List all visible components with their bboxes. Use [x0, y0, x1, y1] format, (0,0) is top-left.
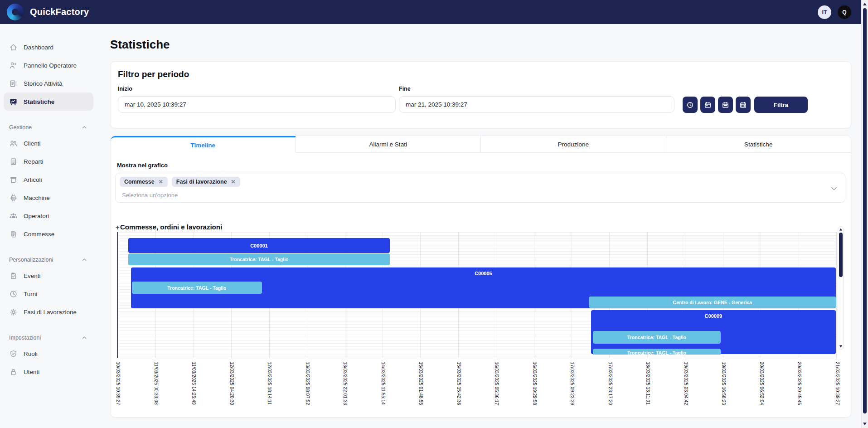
x-axis-label: 16/03/2025 05:36:17	[494, 362, 499, 405]
tab-timeline[interactable]: Timeline	[111, 136, 296, 153]
chart-scrollbar[interactable]	[838, 226, 844, 350]
page-scrollbar[interactable]	[861, 0, 868, 428]
user-plus-icon	[9, 61, 18, 70]
sidebar-item-operatori[interactable]: Operatori	[4, 207, 93, 225]
end-date-label: Fine	[399, 86, 674, 92]
tab-label: Produzione	[558, 141, 589, 148]
selected-tag-fasi-di-lavorazione: Fasi di lavorazione✕	[172, 177, 240, 187]
chevron-down-icon[interactable]	[829, 184, 839, 193]
locale-badge[interactable]: IT	[818, 5, 831, 19]
gridline	[118, 232, 118, 358]
page-scrollbar-thumb[interactable]	[863, 8, 867, 413]
calendar-month-button[interactable]	[736, 97, 751, 113]
user-avatar[interactable]: Q	[838, 5, 851, 19]
x-axis-label: 19/03/2025 03:04:42	[684, 362, 689, 405]
sidebar-item-label: Commesse	[24, 231, 54, 238]
chart-scrollbar-thumb[interactable]	[839, 233, 843, 277]
tab-label: Allarmi e Stati	[369, 141, 407, 148]
remove-tag-icon[interactable]: ✕	[159, 179, 163, 185]
start-date-field: Inizio	[118, 86, 396, 113]
page-title: Statistiche	[110, 38, 851, 52]
chevron-up-icon	[81, 334, 88, 341]
clipboard-check-icon	[9, 272, 18, 280]
filter-actions: Filtra	[683, 97, 808, 113]
brand[interactable]: QuickFactory	[7, 4, 89, 20]
history-icon	[9, 79, 18, 88]
sidebar-section-impostazioni[interactable]: Impostazioni	[4, 331, 93, 345]
sidebar-item-statistiche[interactable]: Statistiche	[4, 92, 93, 111]
filter-title: Filtro per periodo	[118, 69, 844, 79]
series-multiselect[interactable]: Commesse✕Fasi di lavorazione✕ Seleziona …	[115, 173, 845, 203]
x-axis-label: 10/03/2025 10:39:27	[116, 362, 121, 405]
topbar-right: IT Q	[818, 5, 851, 19]
end-date-input[interactable]	[399, 96, 674, 113]
gantt-bar-fase[interactable]: Centro di Lavoro: GENE - Generica	[589, 297, 836, 308]
sidebar-item-clienti[interactable]: Clienti	[4, 134, 93, 152]
sidebar-item-ruoli[interactable]: Ruoli	[4, 345, 93, 363]
gantt-bar-fase[interactable]: Troncatrice: TAGL - Taglio	[132, 282, 262, 294]
sidebar-item-label: Clienti	[24, 140, 41, 147]
tab-allarmi-e-stati[interactable]: Allarmi e Stati	[296, 136, 481, 153]
brand-name: QuickFactory	[30, 7, 89, 17]
x-axis-label: 19/03/2025 16:58:23	[721, 362, 726, 405]
app-root: QuickFactory IT Q DashboardPannello Oper…	[0, 0, 868, 428]
gantt-bar-label: Troncatrice: TAGL - Taglio	[167, 285, 226, 291]
sidebar-section-personalizzazioni[interactable]: Personalizzazioni	[4, 253, 93, 267]
sidebar-item-label: Articoli	[24, 176, 42, 183]
sidebar-item-eventi[interactable]: Eventi	[4, 267, 93, 285]
sidebar-item-macchine[interactable]: Macchine	[4, 189, 93, 207]
calendar-week-button[interactable]	[718, 97, 733, 113]
sidebar-item-turni[interactable]: Turni	[4, 285, 93, 303]
lock-icon	[9, 368, 18, 376]
sidebar-section-gestione[interactable]: Gestione	[4, 121, 93, 134]
gantt-bar-label: C00009	[591, 313, 836, 319]
calendar-month-icon	[739, 101, 747, 109]
calendar-week-icon	[722, 101, 729, 109]
tab-produzione[interactable]: Produzione	[480, 136, 666, 153]
calendar-day-button[interactable]	[700, 97, 715, 113]
page-scroll-down-icon[interactable]	[863, 423, 867, 425]
multiselect-placeholder: Seleziona un'opzione	[122, 192, 178, 199]
users-icon	[9, 139, 18, 148]
sidebar-item-storico-attivita[interactable]: Storico Attività	[4, 74, 93, 92]
x-axis-label: 20/03/2025 06:52:04	[759, 362, 764, 405]
filter-card: Filtro per periodo Inizio Fine Filtra	[110, 61, 851, 128]
sidebar-item-label: Eventi	[24, 272, 41, 279]
sidebar-item-dashboard[interactable]: Dashboard	[4, 38, 93, 56]
start-date-input[interactable]	[118, 96, 396, 113]
tag-label: Commesse	[124, 179, 155, 185]
selected-tags: Commesse✕Fasi di lavorazione✕	[120, 177, 240, 187]
gantt-bar-fase[interactable]: Troncatrice: TAGL - Taglio	[128, 253, 390, 265]
sidebar-item-label: Reparti	[24, 158, 44, 165]
gantt-bar-label: Troncatrice: TAGL - Taglio	[627, 335, 686, 340]
remove-tag-icon[interactable]: ✕	[231, 179, 236, 185]
gantt-bar-fase[interactable]: Troncatrice: TAGL - Taglio	[593, 331, 721, 344]
filtra-button[interactable]: Filtra	[754, 97, 808, 113]
scroll-up-icon[interactable]	[839, 229, 842, 231]
x-axis-label: 20/03/2025 20:45:45	[797, 362, 802, 405]
clock-button[interactable]	[683, 97, 698, 113]
selected-tag-commesse: Commesse✕	[120, 177, 168, 187]
sidebar-item-fasi-di-lavorazione[interactable]: Fasi di Lavorazione	[4, 303, 93, 321]
sidebar-item-articoli[interactable]: Articoli	[4, 170, 93, 189]
stats-board-icon	[9, 97, 18, 106]
sidebar-item-pannello-operatore[interactable]: Pannello Operatore	[4, 56, 93, 74]
sidebar-item-label: Dashboard	[24, 44, 53, 51]
sidebar-item-utenti[interactable]: Utenti	[4, 363, 93, 381]
tab-row: TimelineAllarmi e StatiProduzioneStatist…	[111, 136, 851, 153]
sidebar-item-reparti[interactable]: Reparti	[4, 152, 93, 170]
bin-icon	[9, 175, 18, 184]
users-filled-icon	[9, 212, 18, 220]
sidebar-item-label: Turni	[24, 291, 37, 297]
sidebar-item-commesse[interactable]: Commesse	[4, 225, 93, 243]
main-content: Statistiche Filtro per periodo Inizio Fi…	[110, 24, 851, 428]
sidebar-section-title: Gestione	[9, 124, 32, 131]
scroll-down-icon[interactable]	[839, 345, 842, 348]
tab-label: Timeline	[190, 142, 215, 149]
gantt-bar-commessa[interactable]: C00001	[128, 238, 390, 253]
gantt-bar-fase[interactable]: Troncatrice: TAGL - Taglio	[593, 349, 721, 355]
page-scroll-up-icon[interactable]	[863, 3, 867, 5]
tab-statistiche[interactable]: Statistiche	[666, 136, 851, 153]
end-date-field: Fine	[399, 86, 674, 113]
gantt-bar-label: Centro di Lavoro: GENE - Generica	[673, 300, 752, 305]
